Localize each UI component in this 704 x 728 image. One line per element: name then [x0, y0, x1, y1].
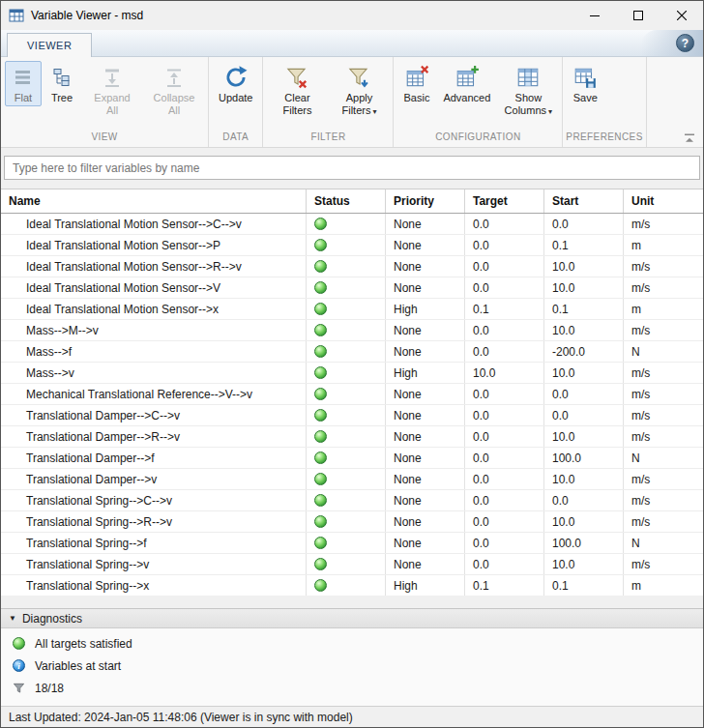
- tree-view-icon: [49, 65, 74, 90]
- start-cell: 10.0: [544, 426, 624, 447]
- show-columns-button-label: Show Columns▾: [504, 92, 552, 118]
- table-row[interactable]: Mass-->M-->vNone0.010.0m/s: [1, 320, 703, 341]
- table-row[interactable]: Ideal Translational Motion Sensor-->PNon…: [1, 235, 703, 256]
- column-header-name[interactable]: Name: [1, 189, 307, 213]
- table-row[interactable]: Translational Damper-->fNone0.0100.0N: [1, 448, 703, 469]
- column-header-status[interactable]: Status: [307, 189, 386, 213]
- table-row[interactable]: Translational Spring-->fNone0.0100.0N: [1, 533, 703, 554]
- diagnostic-item-variables: i Variables at start: [1, 655, 703, 677]
- maximize-icon: [633, 11, 643, 20]
- target-cell: 0.0: [465, 320, 544, 340]
- status-cell: [307, 384, 386, 404]
- filter-bar: [1, 148, 703, 189]
- toolbar: Flat Tree Expand All: [1, 57, 703, 148]
- name-cell: Translational Spring-->v: [1, 554, 307, 574]
- status-ok-icon: [314, 260, 327, 273]
- status-ok-icon: [314, 281, 327, 294]
- column-header-unit[interactable]: Unit: [624, 189, 703, 213]
- table-row[interactable]: Translational Spring-->xHigh0.10.1m: [1, 575, 703, 596]
- show-columns-text: Show Columns: [505, 92, 546, 116]
- status-cell: [307, 575, 386, 596]
- toolbar-group-label-configuration: CONFIGURATION: [396, 131, 559, 147]
- column-header-start[interactable]: Start: [544, 189, 624, 213]
- unit-cell: N: [624, 533, 703, 553]
- name-cell: Ideal Translational Motion Sensor-->P: [1, 235, 307, 255]
- collapse-all-button[interactable]: Collapse All: [144, 61, 204, 119]
- collapse-toolstrip-icon: [684, 133, 695, 143]
- status-ok-icon: [314, 324, 327, 336]
- clear-filters-button[interactable]: Clear Filters: [267, 61, 327, 119]
- tab-viewer[interactable]: VIEWER: [7, 33, 92, 57]
- table-row[interactable]: Translational Damper-->R-->vNone0.010.0m…: [1, 426, 703, 448]
- status-ok-icon: [314, 515, 327, 528]
- apply-filters-button[interactable]: Apply Filters▾: [329, 61, 389, 120]
- flat-view-icon: [11, 65, 36, 90]
- toolbar-group-label-data: DATA: [212, 131, 259, 147]
- status-ok-icon: [314, 366, 327, 379]
- status-cell: [307, 341, 386, 362]
- table-row[interactable]: Mechanical Translational Reference-->V--…: [1, 384, 703, 405]
- table-row[interactable]: Mass-->vHigh10.010.0m/s: [1, 363, 703, 384]
- close-button[interactable]: [660, 1, 703, 30]
- table-row[interactable]: Ideal Translational Motion Sensor-->xHig…: [1, 299, 703, 320]
- status-bar: Last Updated: 2024-Jan-05 11:48:06 (View…: [1, 706, 703, 727]
- priority-cell: High: [386, 363, 465, 383]
- target-cell: 0.0: [465, 426, 544, 447]
- status-cell: [307, 448, 386, 468]
- basic-button[interactable]: Basic: [397, 61, 435, 106]
- start-cell: 0.0: [544, 214, 624, 234]
- expand-all-button-label: Expand All: [88, 92, 136, 117]
- table-row[interactable]: Ideal Translational Motion Sensor-->VNon…: [1, 277, 703, 299]
- target-cell: 0.1: [465, 299, 544, 319]
- start-cell: -200.0: [544, 341, 624, 362]
- table-row[interactable]: Translational Damper-->C-->vNone0.00.0m/…: [1, 405, 703, 426]
- variable-viewer-window: Variable Viewer - msd VIEWER ?: [0, 0, 704, 728]
- diagnostics-header[interactable]: ▼ Diagnostics: [1, 608, 703, 628]
- name-cell: Ideal Translational Motion Sensor-->V: [1, 277, 307, 298]
- column-header-target[interactable]: Target: [465, 189, 544, 213]
- help-button[interactable]: ?: [676, 34, 694, 52]
- diagnostics-title: Diagnostics: [22, 612, 82, 626]
- column-header-priority[interactable]: Priority: [386, 189, 465, 213]
- update-button[interactable]: Update: [213, 61, 258, 106]
- show-columns-button[interactable]: Show Columns▾: [498, 61, 558, 120]
- table-row[interactable]: Translational Spring-->R-->vNone0.010.0m…: [1, 511, 703, 533]
- filter-input[interactable]: [4, 156, 700, 180]
- table-bottom-spacer: [1, 596, 703, 608]
- titlebar[interactable]: Variable Viewer - msd: [1, 1, 703, 30]
- toolbar-group-configuration: Basic Advanced Show Columns▾ CONFIGURATI…: [394, 57, 563, 147]
- flat-button[interactable]: Flat: [5, 61, 42, 106]
- clear-filters-icon: [284, 65, 309, 90]
- table-row[interactable]: Translational Spring-->C-->vNone0.00.0m/…: [1, 490, 703, 511]
- table-row[interactable]: Translational Spring-->vNone0.010.0m/s: [1, 554, 703, 575]
- apply-filters-text: Apply Filters: [342, 92, 373, 116]
- status-ok-icon: [314, 537, 327, 549]
- window-controls: [572, 1, 703, 30]
- table-row[interactable]: Ideal Translational Motion Sensor-->C-->…: [1, 214, 703, 235]
- priority-cell: None: [386, 490, 465, 510]
- basic-configuration-icon: [404, 65, 429, 90]
- expand-all-button[interactable]: Expand All: [82, 61, 142, 119]
- priority-cell: None: [386, 277, 465, 298]
- priority-cell: None: [386, 448, 465, 468]
- table-row[interactable]: Ideal Translational Motion Sensor-->R-->…: [1, 256, 703, 277]
- toolbar-group-label-filter: FILTER: [266, 131, 390, 147]
- tree-button-label: Tree: [51, 92, 73, 104]
- table-row[interactable]: Mass-->fNone0.0-200.0N: [1, 341, 703, 363]
- save-button[interactable]: Save: [567, 61, 603, 106]
- table-row[interactable]: Translational Damper-->vNone0.010.0m/s: [1, 469, 703, 490]
- minimize-button[interactable]: [572, 1, 616, 30]
- tree-button[interactable]: Tree: [44, 61, 80, 106]
- name-cell: Mass-->v: [1, 363, 307, 383]
- target-cell: 0.0: [465, 511, 544, 532]
- advanced-button-label: Advanced: [443, 92, 490, 104]
- maximize-button[interactable]: [616, 1, 660, 30]
- start-cell: 10.0: [544, 363, 624, 383]
- unit-cell: m/s: [624, 256, 703, 277]
- advanced-button[interactable]: Advanced: [437, 61, 496, 106]
- unit-cell: m/s: [624, 490, 703, 510]
- status-cell: [307, 405, 386, 425]
- priority-cell: None: [386, 384, 465, 404]
- start-cell: 0.1: [544, 235, 624, 255]
- collapse-toolstrip-button[interactable]: [682, 131, 697, 144]
